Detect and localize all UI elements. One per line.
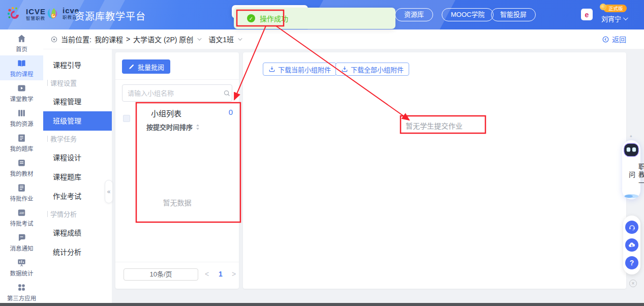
menu-item-course-question-bank[interactable]: 课程题库 bbox=[43, 167, 112, 187]
icve-zhijiaoyun-logo: icve 职教云 bbox=[45, 6, 79, 21]
user-menu[interactable]: 刘宵宁 bbox=[601, 14, 627, 23]
download-current-label: 下载当前小组附件 bbox=[278, 65, 331, 74]
toast-message: 操作成功 bbox=[260, 13, 288, 23]
cloud-download-button[interactable] bbox=[625, 238, 638, 252]
submission-panel: 下载当前小组附件 下载全部小组附件 暂无学生提交作业 bbox=[243, 52, 626, 289]
wave-decoration bbox=[623, 192, 639, 198]
sidebar-item-label: 课堂教学 bbox=[10, 95, 34, 103]
chevron-down-icon bbox=[238, 36, 242, 40]
textbook-icon bbox=[17, 158, 26, 168]
medal-icon bbox=[600, 4, 606, 10]
pencil-icon bbox=[128, 64, 135, 70]
divider bbox=[115, 79, 239, 80]
sidebar-item-my-resources[interactable]: 我的资源 bbox=[0, 105, 43, 130]
menu-item-homework-exams[interactable]: 作业考试 bbox=[43, 187, 112, 206]
nav-smart-screen[interactable]: 智能投屏 bbox=[491, 8, 536, 21]
cloud-download-icon bbox=[628, 241, 636, 249]
sort-arrows-icon bbox=[195, 124, 200, 130]
batch-review-button[interactable]: 批量批阅 bbox=[122, 59, 170, 74]
chevron-down-icon bbox=[197, 36, 201, 40]
pagination-current-page[interactable]: 1 bbox=[219, 270, 223, 278]
sidebar-item-classroom-teaching[interactable]: 课堂教学 bbox=[0, 80, 43, 105]
no-submission-empty-state: 暂无学生提交作业 bbox=[406, 120, 463, 131]
batch-review-label: 批量批阅 bbox=[138, 62, 164, 72]
back-button[interactable]: 返回 bbox=[602, 34, 626, 44]
breadcrumb-course-select[interactable]: 大学语文 (2P) 原创 bbox=[133, 34, 193, 44]
sidebar-item-label: 我的资源 bbox=[10, 119, 34, 128]
floating-toolbar: ? bbox=[623, 216, 640, 274]
sidebar-item-my-textbooks[interactable]: 我的教材 bbox=[0, 155, 43, 180]
group-search bbox=[122, 84, 232, 102]
help-button[interactable]: ? bbox=[625, 256, 638, 269]
success-toast: ✓ 操作成功 bbox=[234, 8, 395, 29]
menu-item-course-management[interactable]: 课程管理 bbox=[43, 92, 112, 111]
video-play-icon bbox=[17, 83, 26, 93]
sidebar-item-my-courses[interactable]: 我的课程 bbox=[0, 55, 43, 80]
bottom-edge-bar bbox=[0, 303, 644, 306]
sidebar-item-data-statistics[interactable]: 数据统计 bbox=[0, 255, 43, 280]
chevron-down-icon bbox=[623, 15, 628, 20]
sidebar-item-pending-exams[interactable]: 100 待批考试 bbox=[0, 205, 43, 230]
group-search-input[interactable] bbox=[122, 89, 222, 97]
sort-by-submit-time[interactable]: 按提交时间排序 bbox=[146, 122, 200, 132]
menu-item-course-design[interactable]: 课程设计 bbox=[43, 148, 112, 167]
shell-icon bbox=[45, 6, 60, 21]
sidebar-item-label: 待批考试 bbox=[10, 219, 34, 227]
breadcrumb-root[interactable]: 我的课程 bbox=[95, 34, 123, 44]
sidebar-item-messages[interactable]: 消息通知 bbox=[0, 230, 43, 255]
open-book-icon bbox=[17, 58, 26, 68]
divider bbox=[115, 262, 239, 262]
home-icon bbox=[17, 34, 26, 43]
robot-icon bbox=[623, 142, 640, 158]
message-bubble-icon bbox=[17, 233, 26, 242]
section-marker bbox=[47, 136, 48, 142]
back-arrow-icon bbox=[602, 36, 609, 43]
sort-label: 按提交时间排序 bbox=[146, 122, 193, 132]
back-label: 返回 bbox=[612, 34, 626, 44]
nav-mooc-academy[interactable]: MOOC学院 bbox=[442, 8, 494, 21]
sidebar-item-label: 我的题库 bbox=[10, 144, 34, 152]
download-icon bbox=[268, 66, 275, 73]
select-all-checkbox[interactable] bbox=[123, 115, 130, 122]
download-all-groups-button[interactable]: 下载全部小组附件 bbox=[335, 63, 409, 76]
nav-resource-library[interactable]: 资源库 bbox=[395, 8, 433, 21]
assistant-widget[interactable]: 职教一问 bbox=[622, 140, 640, 199]
svg-text:100: 100 bbox=[19, 211, 24, 214]
menu-item-statistical-analysis[interactable]: 统计分析 bbox=[43, 242, 112, 262]
statistics-board-icon bbox=[17, 258, 26, 267]
location-icon bbox=[50, 36, 58, 43]
icve-zhihuizhijiao-logo: ICVE 智慧职教 bbox=[6, 6, 46, 23]
pagination-next[interactable]: > bbox=[232, 270, 236, 278]
question-bank-icon bbox=[17, 133, 26, 143]
group-count: 0 bbox=[229, 108, 233, 116]
assignment-list-icon bbox=[17, 183, 26, 193]
sidebar-item-home[interactable]: 首页 bbox=[0, 30, 43, 55]
search-icon[interactable] bbox=[222, 89, 232, 97]
group-list-title: 小组列表 bbox=[151, 108, 181, 118]
menu-section-course-settings: 课程设置 bbox=[43, 75, 112, 92]
menu-collapse-handle[interactable]: « bbox=[105, 180, 113, 203]
breadcrumb-class-select[interactable]: 语文1班 bbox=[208, 34, 234, 44]
page-size-select[interactable]: 10条/页 bbox=[124, 268, 198, 281]
sidebar-item-pending-homework[interactable]: 待批作业 bbox=[0, 180, 43, 205]
menu-item-course-grades[interactable]: 课程成绩 bbox=[43, 223, 112, 242]
course-menu: 课程引导 课程设置 课程管理 班级管理 教学任务 课程设计 课程题库 作业考试 … bbox=[43, 49, 112, 306]
sidebar-item-label: 我的教材 bbox=[10, 169, 34, 177]
menu-section-learning-analysis: 学情分析 bbox=[43, 206, 112, 223]
menu-item-course-guide[interactable]: 课程引导 bbox=[43, 55, 112, 75]
app-shortcut-icon[interactable]: e bbox=[581, 9, 593, 20]
sidebar-item-label: 首页 bbox=[16, 45, 27, 53]
pagination-prev[interactable]: < bbox=[205, 270, 209, 278]
download-current-group-button[interactable]: 下载当前小组附件 bbox=[263, 63, 336, 76]
sidebar-item-my-question-bank[interactable]: 我的题库 bbox=[0, 130, 43, 155]
close-toolbar-icon[interactable]: × bbox=[629, 280, 637, 287]
customer-service-button[interactable] bbox=[625, 221, 638, 234]
menu-item-class-management[interactable]: 班级管理 bbox=[43, 111, 112, 131]
sidebar-item-label: 消息通知 bbox=[10, 244, 34, 252]
menu-section-teaching-tasks: 教学任务 bbox=[43, 131, 112, 148]
sidebar-item-label: 数据统计 bbox=[10, 269, 34, 277]
page-title: 资源库教学平台 bbox=[75, 9, 146, 22]
sidebar-item-third-party-apps[interactable]: 第三方应用 bbox=[0, 280, 43, 304]
apps-grid-icon bbox=[17, 283, 26, 292]
headset-icon bbox=[628, 224, 636, 231]
